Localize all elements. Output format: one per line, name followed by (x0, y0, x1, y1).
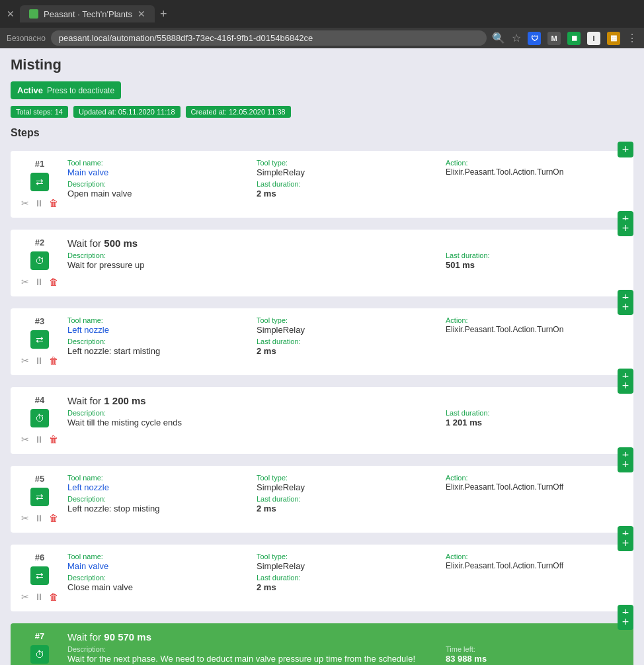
duration-label-2: Last duration: (446, 251, 624, 259)
desc-label-5: Description: (67, 495, 246, 503)
add-step-above-5[interactable]: + (618, 457, 633, 472)
extension-i-icon[interactable]: I (587, 32, 600, 45)
step-card-6: #6⇄✂⏸🗑Tool name:Main valveTool type:Simp… (11, 545, 633, 611)
step-left-3: #3⇄✂⏸🗑 (20, 316, 60, 367)
step-card-4: #4⏱✂⏸🗑Wait for 1 200 msDescription:Wait … (11, 387, 633, 454)
cut-button-5[interactable]: ✂ (20, 511, 30, 525)
pause-button-5[interactable]: ⏸ (33, 511, 45, 525)
step-number-1: #1 (35, 159, 44, 169)
pause-button-2[interactable]: ⏸ (33, 275, 45, 288)
cut-button-3[interactable]: ✂ (20, 354, 30, 367)
wait-row-7: Wait for 90 570 ms (67, 631, 624, 643)
created-badge: Created at: 12.05.2020 11:38 (186, 106, 291, 118)
step-number-5: #5 (35, 474, 44, 484)
menu-icon[interactable]: ⋮ (627, 32, 637, 44)
extension-bars-icon[interactable]: ▦ (607, 32, 620, 45)
pause-button-6[interactable]: ⏸ (33, 590, 45, 603)
tool-type-group-3: Tool type:SimpleRelay (257, 316, 435, 335)
cut-button-6[interactable]: ✂ (20, 590, 30, 603)
wait-row-2: Wait for 500 ms (67, 238, 624, 249)
duration-value-3: 2 ms (257, 346, 435, 356)
delete-button-1[interactable]: 🗑 (48, 197, 60, 210)
step-card-5: #5⇄✂⏸🗑Tool name:Left nozzleTool type:Sim… (11, 466, 633, 533)
tool-name-label-6: Tool name: (67, 553, 246, 560)
step-actions-6: ✂⏸🗑 (20, 590, 60, 603)
step-number-6: #6 (35, 553, 44, 562)
pause-button-3[interactable]: ⏸ (33, 354, 45, 367)
new-tab-button[interactable]: + (160, 7, 167, 21)
step-card-7: #7⏱✂⏸🗑Wait for 90 570 msDescription:Wait… (11, 623, 633, 665)
tool-name-label-5: Tool name: (67, 474, 246, 482)
tab-close-icon[interactable]: ✕ (138, 9, 145, 19)
desc-group-3: Description:Left nozzle: start misting (67, 337, 246, 356)
delete-button-2[interactable]: 🗑 (48, 275, 60, 288)
step-number-3: #3 (35, 316, 44, 326)
step-card-3: #3⇄✂⏸🗑Tool name:Left nozzleTool type:Sim… (11, 308, 633, 375)
security-label: Безопасно (7, 34, 46, 43)
cut-button-2[interactable]: ✂ (20, 275, 30, 288)
add-step-above-7[interactable]: + (618, 614, 633, 630)
add-step-above-3[interactable]: + (618, 299, 633, 315)
tool-type-label-6: Tool type: (257, 553, 435, 560)
wait-value-2: 500 ms (104, 238, 138, 249)
extension-green-icon[interactable]: ◼ (567, 32, 581, 45)
delete-button-5[interactable]: 🗑 (48, 511, 60, 525)
step-wrapper-5: +#5⇄✂⏸🗑Tool name:Left nozzleTool type:Si… (11, 466, 633, 533)
step-number-4: #4 (35, 395, 44, 405)
browser-tab[interactable]: Peasant · Tech'n'Plants ✕ (20, 5, 155, 22)
step-number-2: #2 (35, 238, 44, 247)
step-number-7: #7 (35, 631, 44, 641)
step-wrapper-1: +#1⇄✂⏸🗑Tool name:Main valveTool type:Sim… (11, 151, 633, 218)
search-icon[interactable]: 🔍 (492, 32, 505, 44)
tab-title: Peasant · Tech'n'Plants (44, 9, 132, 19)
step-content-6: Tool name:Main valveTool type:SimpleRela… (67, 553, 624, 592)
duration-value-5: 2 ms (257, 504, 435, 513)
add-step-above-4[interactable]: + (618, 378, 633, 394)
add-step-above-6[interactable]: + (618, 535, 633, 551)
duration-label-7: Time left: (446, 645, 624, 653)
updated-badge: Updated at: 05.11.2020 11:18 (73, 106, 181, 118)
tool-type-value-1: SimpleRelay (257, 167, 435, 177)
extension-m-icon[interactable]: M (547, 32, 561, 45)
duration-value-6: 2 ms (257, 582, 435, 592)
wait-label-2: Wait for 500 ms (67, 238, 138, 249)
pause-button-1[interactable]: ⏸ (33, 197, 45, 210)
add-step-above-2[interactable]: + (618, 220, 633, 236)
delete-button-4[interactable]: 🗑 (48, 433, 60, 446)
step-content-2: Wait for 500 msDescription:Wait for pres… (67, 238, 624, 270)
action-value-3: Elixir.Peasant.Tool.Action.TurnOn (446, 325, 624, 334)
desc-value-3: Left nozzle: start misting (67, 346, 246, 356)
duration-value-7: 83 988 ms (446, 654, 624, 664)
timer-icon-4: ⏱ (30, 409, 49, 427)
step-card-1: #1⇄✂⏸🗑Tool name:Main valveTool type:Simp… (11, 151, 633, 218)
pause-button-4[interactable]: ⏸ (33, 433, 45, 446)
action-group-1: Action:Elixir.Peasant.Tool.Action.TurnOn (446, 159, 624, 177)
deactivate-label: Press to deactivate (47, 86, 114, 95)
browser-toolbar: 🔍 ☆ 🛡 M ◼ I ▦ ⋮ (492, 32, 637, 45)
step-left-1: #1⇄✂⏸🗑 (20, 159, 60, 210)
cut-button-4[interactable]: ✂ (20, 433, 30, 446)
active-status-label: Active (17, 85, 43, 95)
cut-button-1[interactable]: ✂ (20, 197, 30, 210)
step-content-5: Tool name:Left nozzleTool type:SimpleRel… (67, 474, 624, 513)
add-step-above-1[interactable]: + (618, 142, 633, 157)
bookmark-icon[interactable]: ☆ (512, 32, 521, 44)
extension-shield-icon[interactable]: 🛡 (528, 32, 541, 45)
page-title: Misting (11, 56, 633, 73)
action-value-5: Elixir.Peasant.Tool.Action.TurnOff (446, 482, 624, 492)
action-label-6: Action: (446, 553, 624, 560)
close-icon[interactable]: ✕ (7, 9, 15, 19)
desc-row-4: Description:Wait till the misting cycle … (67, 409, 435, 427)
tool-name-value-6: Main valve (67, 561, 246, 571)
desc-value-5: Left nozzle: stop misting (67, 504, 246, 513)
duration-value-1: 2 ms (257, 189, 435, 199)
delete-button-3[interactable]: 🗑 (48, 354, 60, 367)
delete-button-6[interactable]: 🗑 (48, 590, 60, 603)
step-left-4: #4⏱✂⏸🗑 (20, 395, 60, 446)
step-content-3: Tool name:Left nozzleTool type:SimpleRel… (67, 316, 624, 356)
desc-row-2: Description:Wait for pressure up (67, 251, 435, 270)
url-input[interactable] (51, 30, 487, 46)
step-wrapper-7: +#7⏱✂⏸🗑Wait for 90 570 msDescription:Wai… (11, 623, 633, 665)
tool-name-value-1: Main valve (67, 167, 246, 177)
deactivate-button[interactable]: Active Press to deactivate (11, 81, 121, 99)
